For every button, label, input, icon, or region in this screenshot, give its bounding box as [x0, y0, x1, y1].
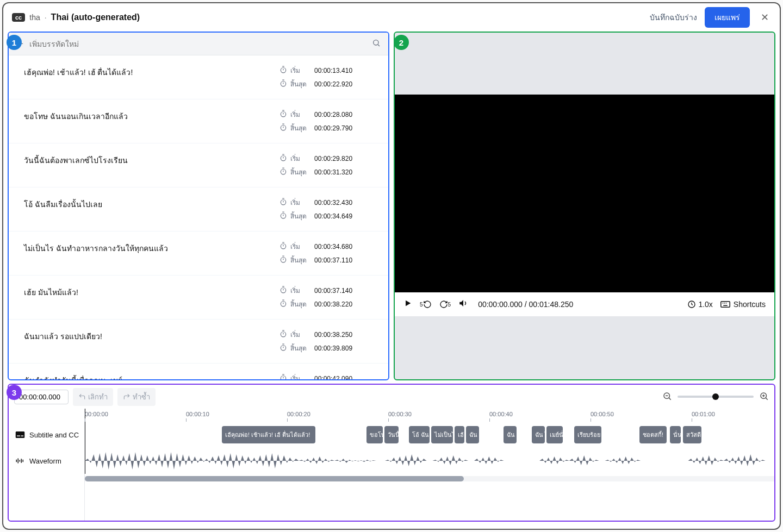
subtitle-text[interactable]: วันนี้ฉันต้องพาเลกซ์ไปโรงเรียน: [24, 153, 279, 177]
timeline-subtitle-chip[interactable]: ไม่เป็นไร ฉันทำ…: [431, 426, 453, 443]
redo-button[interactable]: ทำซ้ำ: [117, 388, 156, 406]
svg-marker-50: [406, 301, 411, 306]
subtitle-track[interactable]: เฮ้คุณพ่อ! เช้าแล้ว! เฮ้ ตื่นได้แล้ว!ขอโ…: [85, 422, 774, 448]
stopwatch-icon: [279, 330, 287, 339]
timeline-scrollbar[interactable]: [85, 476, 774, 481]
timeline-subtitle-chip[interactable]: ขอโทษ ฉัน…: [366, 426, 383, 443]
svg-point-26: [281, 244, 285, 249]
stopwatch-icon: [279, 211, 287, 221]
volume-icon[interactable]: [458, 298, 468, 310]
subtitle-row[interactable]: ไม่เป็นไร ฉันทำอาหารกลางวันให้ทุกคนแล้วเ…: [9, 231, 388, 276]
start-time[interactable]: 00:00:34.680: [314, 243, 352, 251]
end-time[interactable]: 00:00:31.320: [314, 168, 352, 176]
svg-point-17: [281, 170, 285, 174]
subtitle-text[interactable]: เฮ้คุณพ่อ! เช้าแล้ว! เฮ้ ตื่นได้แล้ว!: [24, 65, 279, 89]
subtitle-text[interactable]: ฉันกำลังทำอันนี้เพื่อคุณนะเมย์: [24, 373, 279, 379]
dot-separator: ·: [45, 13, 47, 22]
timeline-subtitle-chip[interactable]: เฮ้คุณพ่อ! เช้าแล้ว! เฮ้ ตื่นได้แล้ว!: [222, 426, 315, 443]
ruler-tick: 00:00:20: [287, 411, 310, 417]
subtitle-row[interactable]: โอ้ ฉันลืมเรื่องนั้นไปเลยเริ่ม00:00:32.4…: [9, 187, 388, 231]
waveform-track-label: Waveform: [9, 448, 84, 474]
playback-speed-button[interactable]: 1.0x: [687, 300, 712, 309]
cc-badge-icon: cc: [12, 13, 25, 22]
start-time[interactable]: 00:00:37.140: [314, 287, 352, 295]
forward-5-icon[interactable]: 5: [439, 300, 451, 309]
timeline-subtitle-chip[interactable]: นั่น คื…: [670, 426, 681, 443]
timeline-subtitle-chip[interactable]: ชอตสกี้!: [639, 426, 667, 443]
start-time[interactable]: 00:00:38.250: [314, 331, 352, 339]
rewind-5-icon[interactable]: 5: [420, 300, 432, 309]
publish-button[interactable]: เผยแพร่: [705, 7, 750, 28]
timeline-subtitle-chip[interactable]: สวัสดี: [683, 426, 701, 443]
end-time[interactable]: 00:00:34.649: [314, 212, 352, 220]
subtitle-row[interactable]: เฮ้คุณพ่อ! เช้าแล้ว! เฮ้ ตื่นได้แล้ว!เริ…: [9, 55, 388, 99]
zoom-out-icon[interactable]: [662, 391, 672, 403]
start-time[interactable]: 00:00:32.430: [314, 199, 352, 206]
ruler-tick: 00:00:40: [489, 411, 513, 417]
subtitle-rows[interactable]: เฮ้คุณพ่อ! เช้าแล้ว! เฮ้ ตื่นได้แล้ว!เริ…: [9, 55, 388, 379]
waveform-track[interactable]: [85, 448, 774, 474]
subtitle-text[interactable]: ขอโทษ ฉันนอนเกินเวลาอีกแล้ว: [24, 109, 279, 133]
stopwatch-icon: [279, 343, 287, 353]
start-time[interactable]: 00:00:28.080: [314, 111, 352, 118]
svg-line-59: [669, 398, 670, 399]
start-time[interactable]: 00:00:13.410: [314, 67, 352, 74]
svg-rect-53: [721, 302, 730, 308]
annotation-badge-3: 3: [7, 385, 22, 400]
stopwatch-icon: [279, 79, 287, 89]
subtitle-row[interactable]: วันนี้ฉันต้องพาเลกซ์ไปโรงเรียนเริ่ม00:00…: [9, 143, 388, 187]
timeline-subtitle-chip[interactable]: โอ้ ฉัน ลืมเรื่…: [409, 426, 430, 443]
start-time[interactable]: 00:00:42.090: [314, 375, 352, 380]
time-ruler[interactable]: 00:00:0000:00:1000:00:2000:00:3000:00:40…: [85, 409, 774, 422]
video-time-display: 00:00:00.000 / 00:01:48.250: [478, 300, 573, 309]
timeline-subtitle-chip[interactable]: เรียบร้อย ห่อให้ลดต…: [574, 426, 601, 443]
timeline-toolbar: เลิกทำ ทำซ้ำ: [9, 385, 774, 409]
search-icon[interactable]: [372, 39, 381, 49]
start-time[interactable]: 00:00:29.820: [314, 155, 352, 162]
timeline-panel: เลิกทำ ทำซ้ำ Subt: [8, 384, 775, 522]
add-line-input[interactable]: [29, 40, 372, 48]
stopwatch-icon: [279, 242, 287, 251]
shortcuts-button[interactable]: Shortcuts: [720, 300, 766, 309]
subtitle-text[interactable]: ฉันมาแล้ว รอแปปเดียว!: [24, 329, 279, 353]
play-icon[interactable]: [403, 299, 412, 310]
timeline-subtitle-chip[interactable]: เมย์นั่ง ลง…: [546, 426, 563, 443]
timeline-tracks[interactable]: 00:00:0000:00:1000:00:2000:00:3000:00:40…: [85, 409, 774, 521]
stopwatch-icon: [279, 198, 287, 207]
svg-point-14: [281, 156, 285, 161]
timeline-subtitle-chip[interactable]: ฉัน กำลั…: [504, 426, 517, 443]
subtitle-text[interactable]: เฮ้ย มันไหม้แล้ว!: [24, 285, 279, 309]
end-time[interactable]: 00:00:38.220: [314, 301, 352, 308]
stopwatch-icon: [279, 299, 287, 309]
timeline-subtitle-chip[interactable]: เฮ้…: [455, 426, 464, 443]
stopwatch-icon: [279, 110, 287, 119]
stopwatch-icon: [279, 154, 287, 163]
ruler-tick: 00:00:10: [186, 411, 209, 417]
subtitle-list-panel: ＋ เฮ้คุณพ่อ! เช้าแล้ว! เฮ้ ตื่นได้แล้ว!เ…: [8, 32, 389, 380]
timeline-time-input[interactable]: [14, 390, 69, 404]
end-time[interactable]: 00:00:22.920: [314, 80, 352, 88]
subtitle-row[interactable]: ขอโทษ ฉันนอนเกินเวลาอีกแล้วเริ่ม00:00:28…: [9, 99, 388, 143]
timeline-subtitle-chip[interactable]: ฉัน ได้…: [532, 426, 545, 443]
save-draft-button[interactable]: บันทึกฉบับร่าง: [650, 11, 697, 23]
timeline-subtitle-chip[interactable]: วันนี้…: [384, 426, 399, 443]
timeline-subtitle-chip[interactable]: ฉัน มา…: [466, 426, 479, 443]
video-player[interactable]: [395, 95, 774, 292]
zoom-controls: [662, 391, 769, 403]
svg-rect-66: [17, 436, 20, 437]
close-icon[interactable]: ✕: [759, 9, 771, 26]
stopwatch-icon: [279, 374, 287, 379]
ruler-tick: 00:01:00: [692, 411, 715, 417]
subtitle-row[interactable]: ฉันกำลังทำอันนี้เพื่อคุณนะเมย์เริ่ม00:00…: [9, 364, 388, 379]
end-time[interactable]: 00:00:37.110: [314, 256, 352, 264]
zoom-in-icon[interactable]: [759, 391, 769, 403]
end-time[interactable]: 00:00:29.790: [314, 124, 352, 132]
subtitle-text[interactable]: โอ้ ฉันลืมเรื่องนั้นไปเลย: [24, 197, 279, 221]
svg-marker-51: [459, 300, 463, 306]
subtitle-row[interactable]: ฉันมาแล้ว รอแปปเดียว!เริ่ม00:00:38.250สิ…: [9, 320, 388, 364]
end-time[interactable]: 00:00:39.809: [314, 345, 352, 352]
undo-button[interactable]: เลิกทำ: [73, 388, 113, 406]
subtitle-text[interactable]: ไม่เป็นไร ฉันทำอาหารกลางวันให้ทุกคนแล้ว: [24, 241, 279, 265]
subtitle-row[interactable]: เฮ้ย มันไหม้แล้ว!เริ่ม00:00:37.140สิ้นสุ…: [9, 276, 388, 320]
zoom-slider[interactable]: [678, 396, 754, 398]
